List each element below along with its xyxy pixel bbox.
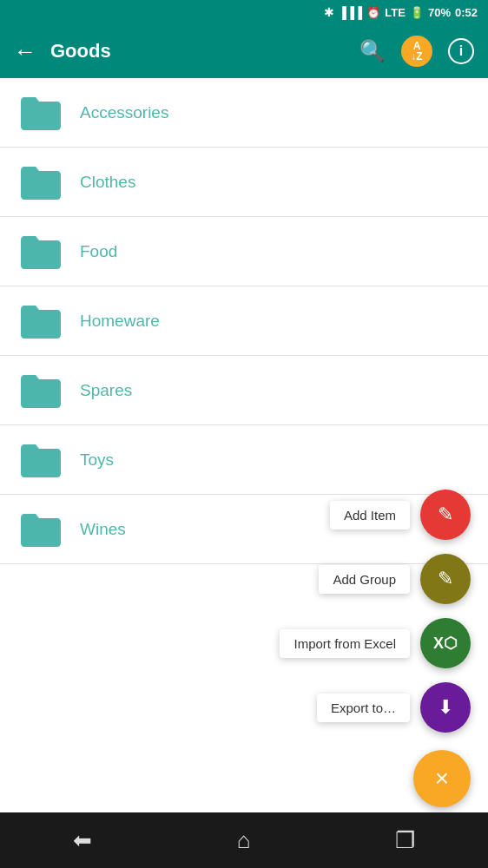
category-name: Clothes [80, 173, 135, 192]
add-item-label: Add Item [330, 501, 410, 529]
category-name: Food [80, 242, 117, 261]
list-item[interactable]: Food [0, 217, 488, 286]
main-fab-button[interactable]: × [413, 750, 471, 807]
import-excel-label: Import from Excel [280, 629, 410, 658]
folder-icon [17, 367, 64, 414]
category-name: Accessories [80, 103, 168, 122]
category-name: Spares [80, 381, 132, 400]
header-actions: 🔍 A↓Z i [359, 36, 474, 67]
folder-icon [17, 159, 64, 206]
excel-icon: X​⬡ [433, 634, 458, 653]
battery-percentage: 70% [428, 6, 451, 19]
category-name: Wines [80, 520, 126, 539]
alarm-icon: ⏰ [366, 6, 380, 19]
folder-icon [17, 437, 64, 483]
recents-nav-icon[interactable]: ❐ [395, 827, 415, 854]
add-group-button[interactable]: ✎ [420, 554, 471, 604]
list-item[interactable]: Homeware [0, 286, 488, 356]
add-item-row: Add Item ✎ [330, 490, 471, 540]
import-excel-row: Import from Excel X​⬡ [280, 618, 471, 668]
export-label: Export to… [317, 694, 410, 722]
info-button[interactable]: i [448, 38, 474, 64]
sort-label: A↓Z [411, 41, 422, 62]
folder-icon [17, 506, 64, 553]
edit-icon: ✎ [438, 503, 453, 526]
list-item[interactable]: Accessories [0, 78, 488, 148]
category-name: Homeware [80, 312, 160, 331]
status-icons: ✱ ▐▐▐ ⏰ LTE 🔋 70% 0:52 [324, 5, 478, 19]
battery-icon: 🔋 [410, 6, 424, 19]
export-button[interactable]: ⬇ [420, 682, 471, 733]
category-name: Toys [80, 450, 114, 470]
list-item[interactable]: Spares [0, 356, 488, 425]
time-display: 0:52 [455, 6, 478, 19]
export-row: Export to… ⬇ [317, 682, 471, 733]
download-icon: ⬇ [438, 696, 453, 719]
back-nav-icon[interactable]: ⬅ [73, 827, 92, 854]
import-excel-button[interactable]: X​⬡ [420, 618, 471, 668]
folder-icon [17, 228, 64, 275]
fab-container: Add Item ✎ Add Group ✎ Import from Excel… [280, 490, 471, 807]
search-icon[interactable]: 🔍 [359, 39, 386, 63]
app-header: ← Goods 🔍 A↓Z i [0, 24, 488, 78]
list-item[interactable]: Clothes [0, 148, 488, 217]
close-icon: × [435, 765, 449, 792]
info-label: i [459, 43, 463, 59]
add-item-button[interactable]: ✎ [420, 490, 471, 540]
main-fab-row: × [413, 750, 471, 807]
sort-button[interactable]: A↓Z [401, 36, 432, 67]
folder-icon [17, 89, 64, 136]
add-group-row: Add Group ✎ [319, 554, 471, 604]
home-nav-icon[interactable]: ⌂ [237, 827, 251, 854]
add-group-label: Add Group [319, 565, 410, 594]
signal-icon: ▐▐▐ [339, 6, 363, 19]
folder-icon [17, 298, 64, 345]
page-title: Goods [50, 40, 346, 62]
back-button[interactable]: ← [14, 40, 36, 62]
list-item[interactable]: Toys [0, 425, 488, 495]
status-bar: ✱ ▐▐▐ ⏰ LTE 🔋 70% 0:52 [0, 0, 488, 24]
edit-icon: ✎ [438, 568, 453, 590]
bottom-nav: ⬅ ⌂ ❐ [0, 812, 488, 868]
lte-icon: LTE [385, 6, 406, 19]
bluetooth-icon: ✱ [324, 5, 334, 19]
